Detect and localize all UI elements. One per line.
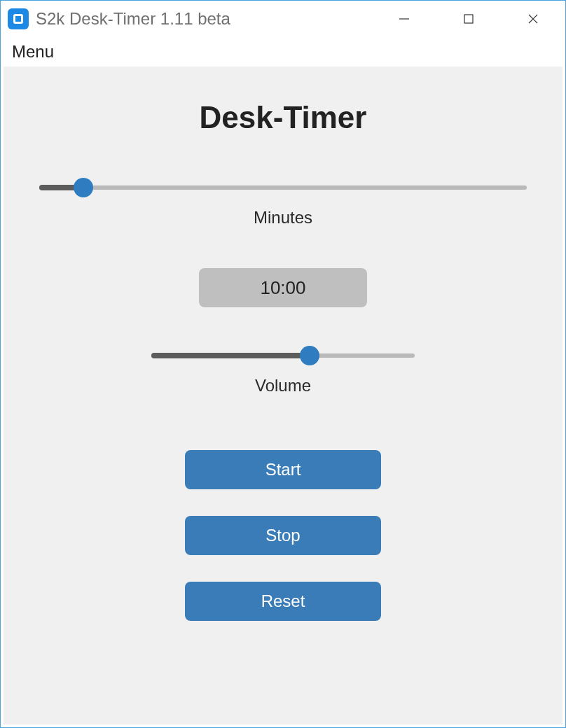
volume-slider-thumb[interactable] [300,346,319,365]
minutes-slider-track [39,186,527,190]
svg-rect-1 [464,15,473,23]
minutes-slider-thumb[interactable] [74,178,93,197]
titlebar: S2k Desk-Timer 1.11 beta [1,1,565,37]
close-icon [527,13,539,25]
volume-slider-group: Volume [151,345,415,396]
minutes-slider-group: Minutes [39,177,527,227]
minimize-icon [398,13,410,25]
client-area: Desk-Timer Minutes 10:00 Volume Start St… [4,66,562,724]
volume-slider-label: Volume [255,376,311,396]
window-controls [372,1,565,37]
window-title: S2k Desk-Timer 1.11 beta [36,9,230,29]
app-icon [8,8,29,29]
app-window: S2k Desk-Timer 1.11 beta Menu Desk-Timer [0,0,566,728]
reset-button[interactable]: Reset [185,582,381,621]
close-button[interactable] [501,1,565,37]
page-title: Desk-Timer [200,100,367,135]
start-button[interactable]: Start [185,450,381,489]
minimize-button[interactable] [372,1,436,37]
maximize-icon [463,13,474,24]
time-display: 10:00 [199,268,367,307]
stop-button[interactable]: Stop [185,516,381,555]
menu-item-menu[interactable]: Menu [8,39,58,64]
minutes-slider-label: Minutes [254,208,312,227]
minutes-slider[interactable] [39,177,527,198]
volume-slider[interactable] [151,345,415,366]
menubar: Menu [1,37,565,66]
button-stack: Start Stop Reset [185,450,381,621]
app-icon-square [13,14,23,24]
maximize-button[interactable] [436,1,501,37]
volume-slider-fill [151,353,310,358]
